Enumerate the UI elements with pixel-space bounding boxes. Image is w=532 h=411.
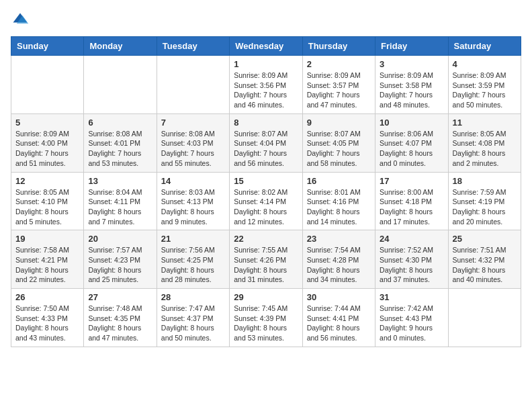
calendar-cell: 3Sunrise: 8:09 AM Sunset: 3:58 PM Daylig… [375,56,448,114]
calendar-cell [84,56,157,114]
day-info: Sunrise: 7:55 AM Sunset: 4:26 PM Dayligh… [234,245,298,285]
day-number: 14 [161,176,225,186]
calendar-cell: 29Sunrise: 7:45 AM Sunset: 4:39 PM Dayli… [230,289,302,347]
calendar-cell: 26Sunrise: 7:50 AM Sunset: 4:33 PM Dayli… [11,289,84,347]
day-number: 21 [161,234,225,244]
calendar-table: SundayMondayTuesdayWednesdayThursdayFrid… [11,36,521,347]
calendar-cell: 22Sunrise: 7:55 AM Sunset: 4:26 PM Dayli… [230,230,302,289]
day-number: 23 [307,234,371,244]
day-info: Sunrise: 7:56 AM Sunset: 4:25 PM Dayligh… [161,245,225,285]
calendar-cell: 6Sunrise: 8:08 AM Sunset: 4:01 PM Daylig… [84,113,157,172]
day-number: 26 [15,292,79,302]
day-info: Sunrise: 8:09 AM Sunset: 3:58 PM Dayligh… [380,71,443,110]
day-number: 8 [234,118,298,128]
day-info: Sunrise: 8:05 AM Sunset: 4:08 PM Dayligh… [453,129,517,169]
day-number: 27 [88,292,152,302]
day-number: 30 [307,292,371,302]
day-number: 4 [453,59,517,69]
day-number: 5 [15,118,79,128]
day-info: Sunrise: 7:52 AM Sunset: 4:30 PM Dayligh… [380,245,443,285]
calendar-cell: 14Sunrise: 8:03 AM Sunset: 4:13 PM Dayli… [157,172,229,230]
calendar-cell: 2Sunrise: 8:09 AM Sunset: 3:57 PM Daylig… [302,56,375,114]
calendar-week-3: 12Sunrise: 8:05 AM Sunset: 4:10 PM Dayli… [11,172,521,230]
day-number: 24 [380,234,443,244]
day-info: Sunrise: 8:08 AM Sunset: 4:03 PM Dayligh… [161,129,225,169]
logo-icon [11,11,30,30]
day-info: Sunrise: 7:58 AM Sunset: 4:21 PM Dayligh… [15,245,79,285]
day-number: 25 [453,234,517,244]
day-number: 22 [234,234,298,244]
day-number: 20 [88,234,152,244]
logo [11,11,32,30]
calendar-body: 1Sunrise: 8:09 AM Sunset: 3:56 PM Daylig… [11,56,521,347]
day-number: 12 [15,176,79,186]
day-number: 19 [15,234,79,244]
day-info: Sunrise: 8:08 AM Sunset: 4:01 PM Dayligh… [88,129,152,169]
calendar-cell: 25Sunrise: 7:51 AM Sunset: 4:32 PM Dayli… [448,230,521,289]
day-info: Sunrise: 8:07 AM Sunset: 4:04 PM Dayligh… [234,129,298,169]
calendar-cell: 10Sunrise: 8:06 AM Sunset: 4:07 PM Dayli… [375,113,448,172]
day-info: Sunrise: 7:47 AM Sunset: 4:37 PM Dayligh… [161,304,225,343]
calendar-cell: 8Sunrise: 8:07 AM Sunset: 4:04 PM Daylig… [230,113,302,172]
day-info: Sunrise: 8:06 AM Sunset: 4:07 PM Dayligh… [380,129,443,169]
day-info: Sunrise: 8:09 AM Sunset: 3:57 PM Dayligh… [307,71,371,110]
day-number: 17 [380,176,443,186]
calendar-cell: 31Sunrise: 7:42 AM Sunset: 4:43 PM Dayli… [375,289,448,347]
day-info: Sunrise: 7:59 AM Sunset: 4:19 PM Dayligh… [453,187,517,227]
calendar-cell: 28Sunrise: 7:47 AM Sunset: 4:37 PM Dayli… [157,289,229,347]
calendar-cell: 24Sunrise: 7:52 AM Sunset: 4:30 PM Dayli… [375,230,448,289]
weekday-header-wednesday: Wednesday [230,37,302,56]
calendar-cell: 20Sunrise: 7:57 AM Sunset: 4:23 PM Dayli… [84,230,157,289]
day-info: Sunrise: 8:03 AM Sunset: 4:13 PM Dayligh… [161,187,225,227]
day-info: Sunrise: 7:42 AM Sunset: 4:43 PM Dayligh… [380,304,443,343]
weekday-header-tuesday: Tuesday [157,37,229,56]
day-number: 16 [307,176,371,186]
page-header [11,11,521,30]
calendar-week-2: 5Sunrise: 8:09 AM Sunset: 4:00 PM Daylig… [11,113,521,172]
weekday-header-sunday: Sunday [11,37,84,56]
calendar-cell: 23Sunrise: 7:54 AM Sunset: 4:28 PM Dayli… [302,230,375,289]
day-info: Sunrise: 8:02 AM Sunset: 4:14 PM Dayligh… [234,187,298,227]
day-number: 28 [161,292,225,302]
day-info: Sunrise: 7:57 AM Sunset: 4:23 PM Dayligh… [88,245,152,285]
calendar-cell: 11Sunrise: 8:05 AM Sunset: 4:08 PM Dayli… [448,113,521,172]
weekday-header-monday: Monday [84,37,157,56]
calendar-cell: 30Sunrise: 7:44 AM Sunset: 4:41 PM Dayli… [302,289,375,347]
day-number: 11 [453,118,517,128]
day-number: 6 [88,118,152,128]
weekday-header-friday: Friday [375,37,448,56]
day-number: 29 [234,292,298,302]
day-number: 18 [453,176,517,186]
day-number: 1 [234,59,298,69]
calendar-cell: 21Sunrise: 7:56 AM Sunset: 4:25 PM Dayli… [157,230,229,289]
day-info: Sunrise: 7:44 AM Sunset: 4:41 PM Dayligh… [307,304,371,343]
day-info: Sunrise: 8:01 AM Sunset: 4:16 PM Dayligh… [307,187,371,227]
day-number: 3 [380,59,443,69]
calendar-cell: 1Sunrise: 8:09 AM Sunset: 3:56 PM Daylig… [230,56,302,114]
calendar-cell [11,56,84,114]
day-info: Sunrise: 7:45 AM Sunset: 4:39 PM Dayligh… [234,304,298,343]
day-number: 13 [88,176,152,186]
day-info: Sunrise: 7:48 AM Sunset: 4:35 PM Dayligh… [88,304,152,343]
day-number: 2 [307,59,371,69]
day-number: 7 [161,118,225,128]
day-number: 15 [234,176,298,186]
calendar-cell: 12Sunrise: 8:05 AM Sunset: 4:10 PM Dayli… [11,172,84,230]
day-info: Sunrise: 8:00 AM Sunset: 4:18 PM Dayligh… [380,187,443,227]
day-info: Sunrise: 7:54 AM Sunset: 4:28 PM Dayligh… [307,245,371,285]
calendar-cell: 16Sunrise: 8:01 AM Sunset: 4:16 PM Dayli… [302,172,375,230]
day-info: Sunrise: 8:07 AM Sunset: 4:05 PM Dayligh… [307,129,371,169]
weekday-header-saturday: Saturday [448,37,521,56]
calendar-cell: 9Sunrise: 8:07 AM Sunset: 4:05 PM Daylig… [302,113,375,172]
calendar-cell: 13Sunrise: 8:04 AM Sunset: 4:11 PM Dayli… [84,172,157,230]
day-info: Sunrise: 7:50 AM Sunset: 4:33 PM Dayligh… [15,304,79,343]
day-number: 31 [380,292,443,302]
day-info: Sunrise: 7:51 AM Sunset: 4:32 PM Dayligh… [453,245,517,285]
calendar-cell: 7Sunrise: 8:08 AM Sunset: 4:03 PM Daylig… [157,113,229,172]
day-info: Sunrise: 8:09 AM Sunset: 4:00 PM Dayligh… [15,129,79,169]
day-info: Sunrise: 8:04 AM Sunset: 4:11 PM Dayligh… [88,187,152,227]
calendar-cell: 18Sunrise: 7:59 AM Sunset: 4:19 PM Dayli… [448,172,521,230]
calendar-cell [157,56,229,114]
weekday-header-thursday: Thursday [302,37,375,56]
calendar-cell [448,289,521,347]
